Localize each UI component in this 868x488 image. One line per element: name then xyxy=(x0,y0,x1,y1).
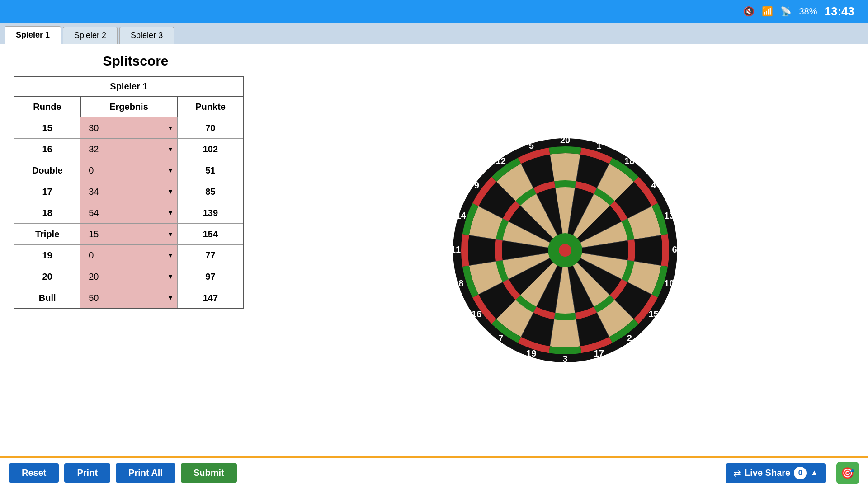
sector-number: 5 xyxy=(529,141,534,150)
punkte-cell: 139 xyxy=(177,202,244,224)
bluetooth-muted-icon: 🔇 xyxy=(743,6,755,17)
ergebnis-select[interactable]: 54 xyxy=(85,206,172,220)
table-row: Bull50▼147 xyxy=(14,287,244,309)
runde-cell: Double xyxy=(14,160,80,181)
signal-icon: 📡 xyxy=(780,6,792,17)
table-row: 1734▼85 xyxy=(14,181,244,202)
live-share-icon: ⇄ xyxy=(733,468,741,479)
tab-bar: Spieler 1 Spieler 2 Spieler 3 xyxy=(0,23,868,44)
table-row: 2020▼97 xyxy=(14,266,244,287)
score-tbody: 1530▼701632▼102Double0▼511734▼851854▼139… xyxy=(14,117,244,309)
ergebnis-select[interactable]: 0 xyxy=(85,164,172,177)
col-header-ergebnis: Ergebnis xyxy=(80,97,177,117)
ergebnis-cell[interactable]: 30▼ xyxy=(80,117,177,139)
main-content: Splitscore Spieler 1 Runde Ergebnis Punk… xyxy=(0,44,868,456)
sector-triple xyxy=(554,180,576,188)
runde-cell: 19 xyxy=(14,245,80,266)
sector-double xyxy=(549,346,581,354)
runde-cell: 18 xyxy=(14,202,80,224)
sector-number: 17 xyxy=(594,348,604,358)
tab-spieler2[interactable]: Spieler 2 xyxy=(63,27,118,44)
table-row: 1854▼139 xyxy=(14,202,244,224)
ergebnis-select[interactable]: 0 xyxy=(85,249,172,262)
sector-number: 12 xyxy=(496,156,506,166)
sector-triple xyxy=(627,239,635,261)
submit-button[interactable]: Submit xyxy=(181,463,237,483)
ergebnis-cell[interactable]: 50▼ xyxy=(80,287,177,309)
sector-number: 11 xyxy=(451,244,461,254)
ergebnis-select[interactable]: 50 xyxy=(85,291,172,305)
sector-number: 2 xyxy=(627,333,632,343)
chevron-up-icon: ▲ xyxy=(810,468,818,478)
punkte-cell: 85 xyxy=(177,181,244,202)
punkte-cell: 97 xyxy=(177,266,244,287)
ergebnis-select[interactable]: 15 xyxy=(85,227,172,241)
sector-number: 19 xyxy=(526,348,536,358)
runde-cell: 17 xyxy=(14,181,80,202)
ergebnis-cell[interactable]: 34▼ xyxy=(80,181,177,202)
sector-number: 7 xyxy=(498,333,503,343)
punkte-cell: 70 xyxy=(177,117,244,139)
sector-triple xyxy=(495,239,503,261)
sector-double xyxy=(461,234,469,267)
sector-number: 8 xyxy=(458,278,463,288)
sector-number: 10 xyxy=(664,278,674,288)
col-header-runde: Runde xyxy=(14,97,80,117)
tab-spieler1[interactable]: Spieler 1 xyxy=(5,26,61,44)
punkte-cell: 154 xyxy=(177,224,244,245)
ergebnis-cell[interactable]: 20▼ xyxy=(80,266,177,287)
score-table: Spieler 1 Runde Ergebnis Punkte 1530▼701… xyxy=(14,76,244,309)
print-all-button[interactable]: Print All xyxy=(116,463,175,483)
app-logo-icon: 🎯 xyxy=(841,467,854,479)
ergebnis-select[interactable]: 20 xyxy=(85,270,172,283)
svg-point-21 xyxy=(563,248,567,253)
sector-number: 14 xyxy=(456,211,467,221)
bottom-bar: Reset Print Print All Submit ⇄ Live Shar… xyxy=(0,456,868,488)
runde-cell: 20 xyxy=(14,266,80,287)
table-row: 1632▼102 xyxy=(14,139,244,160)
clock: 13:43 xyxy=(825,5,855,19)
ergebnis-cell[interactable]: 0▼ xyxy=(80,160,177,181)
sector-double xyxy=(549,146,581,155)
dartboard: 2011841361015217319716811149125 xyxy=(448,133,683,368)
sector-triple xyxy=(554,313,576,320)
sector-number: 6 xyxy=(672,244,677,254)
sector-number: 15 xyxy=(649,309,659,319)
ergebnis-cell[interactable]: 32▼ xyxy=(80,139,177,160)
table-row: 1530▼70 xyxy=(14,117,244,139)
battery-text: 38% xyxy=(799,6,817,17)
right-panel: 2011841361015217319716811149125 xyxy=(276,53,854,447)
ergebnis-select[interactable]: 34 xyxy=(85,185,172,198)
punkte-cell: 102 xyxy=(177,139,244,160)
runde-cell: Bull xyxy=(14,287,80,309)
reset-button[interactable]: Reset xyxy=(9,463,59,483)
app-icon: 🎯 xyxy=(836,462,859,484)
live-share-count: 0 xyxy=(794,467,807,479)
runde-cell: Triple xyxy=(14,224,80,245)
live-share-label: Live Share xyxy=(745,468,790,478)
col-header-punkte: Punkte xyxy=(177,97,244,117)
punkte-cell: 147 xyxy=(177,287,244,309)
ergebnis-select[interactable]: 30 xyxy=(85,121,172,135)
live-share-button[interactable]: ⇄ Live Share 0 ▲ xyxy=(726,463,826,483)
punkte-cell: 77 xyxy=(177,245,244,266)
table-row: Triple15▼154 xyxy=(14,224,244,245)
sector-number: 9 xyxy=(474,180,479,190)
table-row: 190▼77 xyxy=(14,245,244,266)
tab-spieler3[interactable]: Spieler 3 xyxy=(119,27,174,44)
sector-number: 18 xyxy=(624,156,634,166)
ergebnis-cell[interactable]: 0▼ xyxy=(80,245,177,266)
status-bar: 🔇 📶 📡 38% 13:43 xyxy=(0,0,868,23)
table-row: Double0▼51 xyxy=(14,160,244,181)
ergebnis-cell[interactable]: 15▼ xyxy=(80,224,177,245)
runde-cell: 16 xyxy=(14,139,80,160)
sector-number: 3 xyxy=(562,354,567,364)
runde-cell: 15 xyxy=(14,117,80,139)
left-panel: Splitscore Spieler 1 Runde Ergebnis Punk… xyxy=(14,53,258,447)
page-title: Splitscore xyxy=(14,53,258,69)
sector-number: 20 xyxy=(560,135,570,145)
print-button[interactable]: Print xyxy=(64,463,110,483)
ergebnis-cell[interactable]: 54▼ xyxy=(80,202,177,224)
sector-number: 16 xyxy=(472,309,481,319)
ergebnis-select[interactable]: 32 xyxy=(85,142,172,156)
